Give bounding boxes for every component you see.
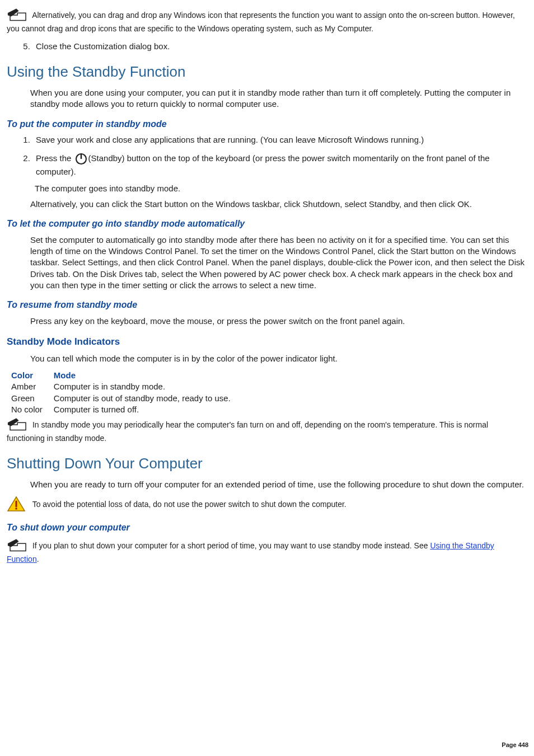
note-short-shutdown: If you plan to shut down your computer f… (7, 538, 527, 565)
auto-standby-text: Set the computer to automatically go int… (30, 234, 527, 291)
cell-mode: Computer is turned off. (54, 404, 242, 415)
step-press-standby: Press the (Standby) button on the top of… (32, 152, 527, 177)
pencil-note-icon (7, 417, 30, 433)
table-header-row: Color Mode (11, 370, 242, 381)
standby-button-icon (74, 152, 88, 166)
note-fan: In standby mode you may periodically hea… (7, 417, 527, 444)
heading-shutdown: Shutting Down Your Computer (7, 454, 527, 473)
table-row: No color Computer is turned off. (11, 404, 242, 415)
heading-indicators: Standby Mode Indicators (7, 336, 527, 349)
step-text-after: (Standby) button on the top of the keybo… (36, 153, 490, 176)
table-row: Green Computer is out of standby mode, r… (11, 393, 242, 404)
note-drag-drop: Alternatively, you can drag and drop any… (7, 8, 527, 34)
cell-mode: Computer is in standby mode. (54, 381, 242, 392)
standby-intro: When you are done using your computer, y… (30, 87, 527, 110)
warning-icon (7, 496, 30, 514)
col-color: Color (11, 370, 54, 381)
subheading-shutdown-proc: To shut down your computer (7, 522, 527, 534)
put-standby-steps: Save your work and close any application… (21, 134, 527, 177)
subheading-auto-standby: To let the computer go into standby mode… (7, 218, 527, 230)
mode-indicator-table: Color Mode Amber Computer is in standby … (11, 370, 242, 415)
subheading-resume: To resume from standby mode (7, 299, 527, 311)
standby-alt-method: Alternatively, you can click the Start b… (30, 199, 527, 210)
standby-result: The computer goes into standby mode. (35, 183, 527, 194)
indicators-intro: You can tell which mode the computer is … (30, 353, 527, 364)
pencil-note-icon (7, 538, 30, 554)
step-save-work: Save your work and close any application… (32, 134, 527, 145)
resume-text: Press any key on the keyboard, move the … (30, 316, 527, 327)
cell-color: No color (11, 404, 54, 415)
note-text-before: If you plan to shut down your computer f… (32, 541, 430, 550)
subheading-put-standby: To put the computer in standby mode (7, 118, 527, 130)
cell-color: Green (11, 393, 54, 404)
customization-steps-continued: Close the Customization dialog box. (21, 41, 527, 52)
cell-mode: Computer is out of standby mode, ready t… (54, 393, 242, 404)
cell-color: Amber (11, 381, 54, 392)
note-text-after: . (37, 555, 39, 564)
heading-standby: Using the Standby Function (7, 62, 527, 82)
warning-text: To avoid the potential loss of data, do … (32, 500, 346, 509)
note-text: Alternatively, you can drag and drop any… (7, 11, 515, 33)
step-text-before: Press the (36, 153, 74, 163)
col-mode: Mode (54, 370, 242, 381)
step-close-dialog: Close the Customization dialog box. (32, 41, 527, 52)
shutdown-intro: When you are ready to turn off your comp… (30, 479, 527, 490)
table-row: Amber Computer is in standby mode. (11, 381, 242, 392)
pencil-note-icon (7, 8, 30, 24)
note-text: In standby mode you may periodically hea… (7, 420, 488, 443)
warning-power-switch: To avoid the potential loss of data, do … (7, 496, 527, 514)
